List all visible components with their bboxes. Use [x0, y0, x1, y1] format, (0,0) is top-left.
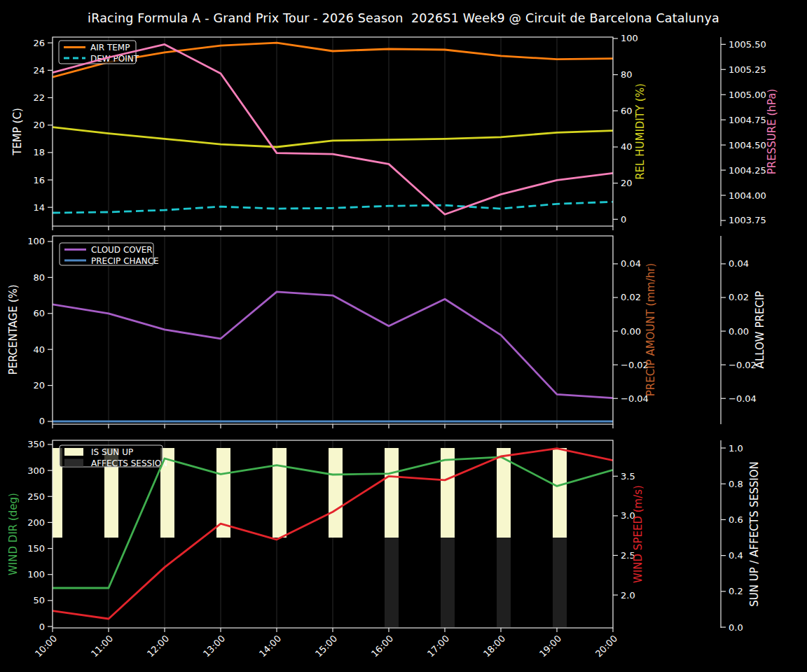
left-tick-label: 200	[27, 517, 45, 528]
right1-tick-label: 100	[621, 33, 638, 43]
x-tick-label: 10:00	[33, 634, 59, 659]
x-tick-label: 11:00	[89, 634, 115, 659]
legend-label: PRECIP CHANCE	[91, 256, 159, 266]
left-tick-label: 100	[27, 236, 45, 246]
x-tick-label: 13:00	[201, 634, 227, 659]
x-tick-label: 20:00	[593, 634, 619, 659]
right2-tick-label: 1005.50	[729, 39, 766, 50]
right2-tick-label: 0.8	[729, 479, 743, 489]
temperature-humidity-pressure-chart: AIR TEMPDEW POINT14161820222426TEMP (C)0…	[11, 33, 778, 230]
right1-tick-label: 60	[621, 106, 633, 116]
is-sun-up-bar	[273, 448, 287, 538]
right2-tick-label: 1003.75	[729, 215, 766, 225]
left-tick-label: 50	[33, 595, 45, 606]
right2-tick-label: 1.0	[729, 443, 743, 454]
left-axis-title: PERCENTAGE (%)	[7, 284, 20, 374]
weather-forecast-figure: iRacing Formula A - Grand Prix Tour - 20…	[0, 0, 807, 672]
left-tick-label: 24	[33, 65, 45, 76]
cloud-precip-legend: CLOUD COVERPRECIP CHANCE	[60, 243, 159, 266]
right2-tick-label: 0.6	[729, 514, 743, 525]
x-tick-label: 19:00	[537, 634, 563, 659]
left-tick-label: 100	[27, 569, 45, 580]
right2-tick-label: 0.2	[729, 586, 743, 596]
right2-tick-label: 0.02	[729, 292, 749, 302]
right2-axis-title: ALLOW PRECIP	[754, 291, 766, 369]
x-tick-label: 12:00	[145, 634, 171, 659]
wind-sun-chart: IS SUN UPAFFECTS SESSION0501001502002503…	[7, 439, 761, 632]
left-tick-label: 250	[27, 491, 45, 502]
left-tick-label: 60	[33, 308, 45, 318]
right2-tick-label: 1005.25	[729, 64, 766, 75]
left-tick-label: 26	[33, 38, 45, 48]
x-tick-labels: 10:0011:0012:0013:0014:0015:0016:0017:00…	[33, 634, 619, 659]
legend-label: IS SUN UP	[91, 447, 133, 457]
legend-swatch-patch	[64, 448, 83, 456]
left-tick-label: 20	[33, 380, 45, 391]
right1-tick-label: 20	[621, 178, 633, 188]
right2-axis-title: SUN UP / AFFECTS SESSION	[748, 461, 761, 607]
right2-tick-label: 0.04	[729, 258, 749, 269]
left-tick-label: 14	[33, 202, 45, 213]
affects-session-bar	[385, 538, 399, 627]
x-tick-label: 15:00	[313, 634, 339, 659]
right2-tick-label: 1004.75	[729, 115, 766, 125]
right1-tick-label: 80	[621, 69, 633, 80]
left-tick-label: 20	[33, 120, 45, 130]
affects-session-bar	[441, 538, 455, 627]
right2-tick-label: 0.0	[729, 622, 743, 633]
right1-tick-label: 2.0	[621, 590, 635, 601]
left-tick-label: 18	[33, 147, 45, 158]
legend-label: AIR TEMP	[90, 43, 130, 52]
wind-sun-legend: IS SUN UPAFFECTS SESSION	[60, 445, 167, 468]
bar-series-group	[48, 448, 567, 627]
x-tick-label: 14:00	[257, 634, 283, 659]
right2-tick-label: 1004.25	[729, 165, 766, 176]
left-tick-label: 300	[27, 465, 45, 476]
x-tick-label: 18:00	[481, 634, 507, 659]
right2-axis-title: PRESSURE (hPa)	[766, 89, 778, 174]
legend-label: CLOUD COVER	[91, 245, 153, 255]
right1-tick-label: 0	[621, 214, 626, 225]
legend-label: AFFECTS SESSION	[91, 458, 167, 468]
right2-tick-label: 0.4	[729, 550, 743, 561]
right2-tick-label: 1004.00	[729, 190, 766, 201]
forecast-charts-svg: AIR TEMPDEW POINT14161820222426TEMP (C)0…	[0, 0, 807, 672]
left-tick-label: 22	[33, 92, 45, 103]
right2-tick-label: 0.00	[729, 326, 749, 337]
left-tick-label: 0	[39, 416, 45, 426]
right2-tick-label: 1005.00	[729, 90, 766, 100]
x-tick-label: 16:00	[369, 634, 395, 659]
right1-tick-label: 0.02	[621, 292, 641, 302]
cloud-precip-chart: CLOUD COVERPRECIP CHANCE020406080100PERC…	[7, 236, 766, 428]
left-axis-title: TEMP (C)	[11, 108, 24, 156]
right1-axis-title: PRECIP AMOUNT (mm/hr)	[644, 263, 657, 396]
right1-tick-label: 40	[621, 141, 633, 152]
right2-tick-label: 1004.50	[729, 140, 766, 150]
is-sun-up-bar	[329, 448, 343, 538]
left-tick-label: 0	[39, 622, 45, 632]
right2-tick-label: −0.04	[729, 393, 757, 404]
right1-tick-label: 0.00	[621, 326, 641, 337]
right1-tick-label: 0.04	[621, 258, 641, 269]
left-tick-label: 16	[33, 175, 45, 186]
affects-session-bar	[553, 538, 567, 627]
is-sun-up-bar	[553, 448, 567, 538]
right2-tick-label: −0.02	[729, 360, 757, 370]
legend-swatch-patch	[64, 459, 83, 467]
x-gridlines	[53, 37, 613, 226]
left-tick-label: 80	[33, 272, 45, 283]
affects-session-bar	[497, 538, 511, 627]
is-sun-up-bar	[385, 448, 399, 538]
right1-axis-title: WIND SPEED (m/s)	[632, 485, 644, 583]
x-tick-label: 17:00	[425, 634, 451, 659]
right1-tick-label: 3.5	[621, 471, 635, 482]
left-tick-label: 150	[27, 543, 45, 554]
left-tick-label: 40	[33, 344, 45, 355]
right1-axis-title: REL HUMIDITY (%)	[634, 83, 647, 180]
left-axis-title: WIND DIR (deg)	[7, 493, 20, 575]
left-tick-label: 350	[27, 439, 45, 449]
